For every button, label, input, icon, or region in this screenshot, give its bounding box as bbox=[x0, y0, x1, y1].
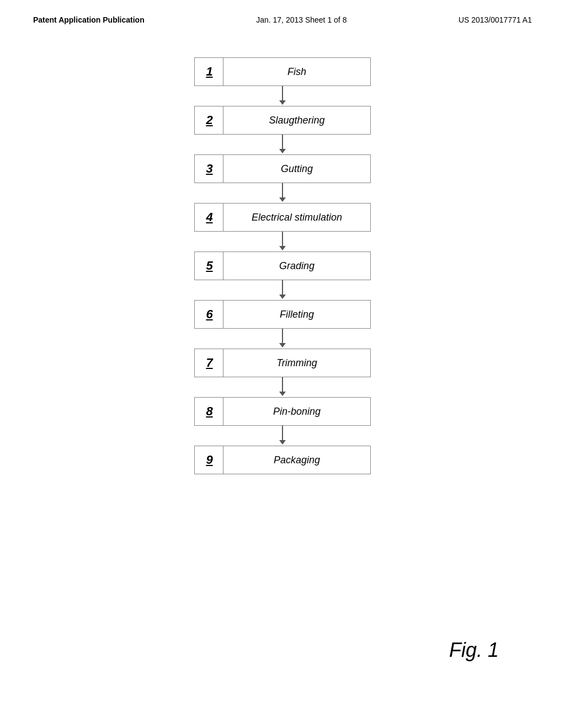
arrow-line bbox=[282, 329, 283, 343]
step-number-3: 3 bbox=[195, 155, 223, 183]
arrow-7 bbox=[279, 377, 286, 397]
arrow-6 bbox=[279, 329, 286, 349]
arrow-line bbox=[282, 135, 283, 149]
arrow-3 bbox=[279, 183, 286, 203]
arrow-line bbox=[282, 377, 283, 392]
arrow-line bbox=[282, 183, 283, 197]
step-number-1: 1 bbox=[195, 58, 223, 85]
arrow-head bbox=[279, 246, 286, 250]
arrow-line bbox=[282, 86, 283, 100]
arrow-5 bbox=[279, 280, 286, 300]
arrow-line bbox=[282, 232, 283, 246]
arrow-1 bbox=[279, 86, 286, 106]
flow-step-6: 6Filleting bbox=[194, 300, 371, 329]
arrow-head bbox=[279, 149, 286, 153]
step-number-4: 4 bbox=[195, 204, 223, 231]
step-label-7: Trimming bbox=[223, 357, 370, 369]
step-label-8: Pin-boning bbox=[223, 406, 370, 417]
flow-step-8: 8Pin-boning bbox=[194, 397, 371, 426]
arrow-8 bbox=[279, 426, 286, 446]
step-number-8: 8 bbox=[195, 398, 223, 425]
page-header: Patent Application Publication Jan. 17, … bbox=[0, 0, 565, 24]
step-number-7: 7 bbox=[195, 349, 223, 377]
flow-step-1: 1Fish bbox=[194, 57, 371, 86]
figure-label: Fig. 1 bbox=[449, 639, 499, 662]
header-date-sheet: Jan. 17, 2013 Sheet 1 of 8 bbox=[256, 15, 347, 24]
flow-step-2: 2Slaugthering bbox=[194, 106, 371, 135]
step-label-2: Slaugthering bbox=[223, 115, 370, 126]
header-publication-type: Patent Application Publication bbox=[33, 15, 145, 24]
arrow-head bbox=[279, 343, 286, 347]
flow-diagram: 1Fish2Slaugthering3Gutting4Electrical st… bbox=[0, 57, 565, 474]
flow-step-4: 4Electrical stimulation bbox=[194, 203, 371, 232]
step-label-9: Packaging bbox=[223, 454, 370, 466]
step-number-6: 6 bbox=[195, 301, 223, 328]
header-patent-number: US 2013/0017771 A1 bbox=[459, 15, 532, 24]
step-number-9: 9 bbox=[195, 446, 223, 474]
step-label-1: Fish bbox=[223, 66, 370, 78]
arrow-4 bbox=[279, 232, 286, 251]
arrow-line bbox=[282, 280, 283, 295]
flow-step-7: 7Trimming bbox=[194, 349, 371, 377]
arrow-head bbox=[279, 392, 286, 396]
arrow-head bbox=[279, 295, 286, 299]
step-label-4: Electrical stimulation bbox=[223, 212, 370, 223]
arrow-2 bbox=[279, 135, 286, 154]
arrow-head bbox=[279, 440, 286, 445]
step-label-3: Gutting bbox=[223, 163, 370, 175]
step-number-2: 2 bbox=[195, 106, 223, 134]
flow-step-3: 3Gutting bbox=[194, 154, 371, 183]
flow-step-5: 5Grading bbox=[194, 251, 371, 280]
flow-step-9: 9Packaging bbox=[194, 446, 371, 474]
step-label-6: Filleting bbox=[223, 309, 370, 320]
arrow-head bbox=[279, 197, 286, 202]
step-number-5: 5 bbox=[195, 252, 223, 280]
step-label-5: Grading bbox=[223, 260, 370, 272]
arrow-line bbox=[282, 426, 283, 440]
arrow-head bbox=[279, 100, 286, 105]
